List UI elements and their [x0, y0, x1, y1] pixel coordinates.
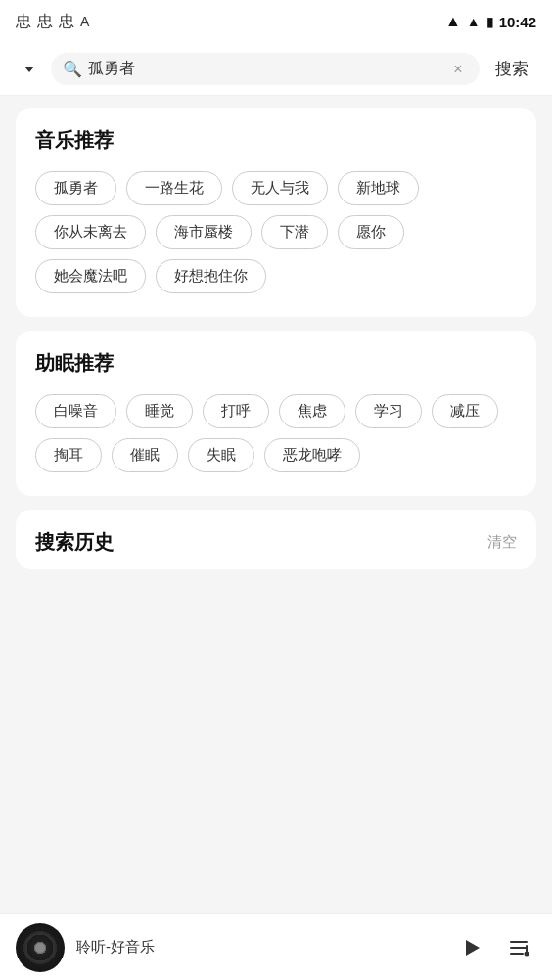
status-bar: 忠 忠 忠 A ▲ ▲ ▮ 10:42	[0, 0, 552, 43]
search-history-card: 搜索历史 清空	[16, 510, 536, 569]
main-content: 音乐推荐 孤勇者一路生花无人与我新地球你从未离去海市蜃楼下潜愿你她会魔法吧好想抱…	[0, 96, 552, 667]
status-right: ▲ ▲ ▮ 10:42	[445, 13, 536, 30]
status-left: 忠 忠 忠 A	[16, 12, 89, 32]
music-recommend-title: 音乐推荐	[35, 127, 517, 154]
wifi-icon: ▲	[445, 13, 461, 30]
sleep-tag[interactable]: 减压	[432, 394, 498, 428]
sleep-tag[interactable]: 恶龙咆哮	[264, 438, 360, 472]
play-button[interactable]	[454, 930, 489, 965]
dropdown-button[interactable]	[16, 56, 43, 83]
music-tag[interactable]: 新地球	[338, 171, 419, 205]
battery-icon: ▮	[486, 15, 493, 29]
search-button[interactable]: 搜索	[487, 54, 536, 84]
history-title: 搜索历史	[35, 529, 114, 556]
carrier-icon-1: 忠	[16, 12, 31, 32]
music-tag[interactable]: 无人与我	[232, 171, 328, 205]
time-display: 10:42	[499, 14, 536, 30]
music-tag[interactable]: 她会魔法吧	[35, 259, 146, 293]
carrier-icon-3: 忠	[59, 12, 74, 32]
music-tag[interactable]: 好想抱住你	[156, 259, 266, 293]
music-tag[interactable]: 一路生花	[126, 171, 222, 205]
svg-marker-0	[24, 67, 34, 72]
sleep-tag[interactable]: 学习	[355, 394, 422, 428]
sleep-tag[interactable]: 焦虑	[279, 394, 345, 428]
accessibility-icon: A	[80, 14, 89, 29]
search-input-wrap: 🔍 孤勇者 ×	[51, 53, 480, 85]
bottom-player: 聆听-好音乐	[0, 913, 552, 980]
sleep-tag[interactable]: 打呼	[203, 394, 269, 428]
search-input[interactable]: 孤勇者	[88, 59, 442, 79]
signal-icon: ▲	[467, 14, 481, 29]
playlist-button[interactable]	[501, 930, 536, 965]
music-tags-list: 孤勇者一路生花无人与我新地球你从未离去海市蜃楼下潜愿你她会魔法吧好想抱住你	[35, 171, 517, 293]
music-tag[interactable]: 愿你	[338, 215, 404, 249]
sleep-tag[interactable]: 睡觉	[126, 394, 193, 428]
svg-marker-1	[466, 940, 480, 956]
sleep-tag[interactable]: 掏耳	[35, 438, 102, 472]
search-icon: 🔍	[63, 60, 82, 78]
carrier-icon-2: 忠	[37, 12, 53, 32]
sleep-tag[interactable]: 白噪音	[35, 394, 116, 428]
music-tag[interactable]: 下潜	[261, 215, 328, 249]
album-art[interactable]	[16, 923, 65, 972]
clear-input-button[interactable]: ×	[448, 60, 468, 79]
music-tag[interactable]: 孤勇者	[35, 171, 116, 205]
sleep-recommend-card: 助眠推荐 白噪音睡觉打呼焦虑学习减压掏耳催眠失眠恶龙咆哮	[16, 331, 536, 496]
search-bar: 🔍 孤勇者 × 搜索	[0, 43, 552, 96]
player-title: 聆听-好音乐	[76, 938, 442, 957]
music-tag[interactable]: 海市蜃楼	[156, 215, 252, 249]
sleep-tag[interactable]: 失眠	[188, 438, 254, 472]
sleep-tag[interactable]: 催眠	[112, 438, 178, 472]
clear-history-button[interactable]: 清空	[487, 533, 517, 552]
sleep-recommend-title: 助眠推荐	[35, 350, 517, 377]
music-tag[interactable]: 你从未离去	[35, 215, 146, 249]
music-recommend-card: 音乐推荐 孤勇者一路生花无人与我新地球你从未离去海市蜃楼下潜愿你她会魔法吧好想抱…	[16, 108, 536, 317]
sleep-tags-list: 白噪音睡觉打呼焦虑学习减压掏耳催眠失眠恶龙咆哮	[35, 394, 517, 472]
history-header: 搜索历史 清空	[35, 529, 517, 556]
